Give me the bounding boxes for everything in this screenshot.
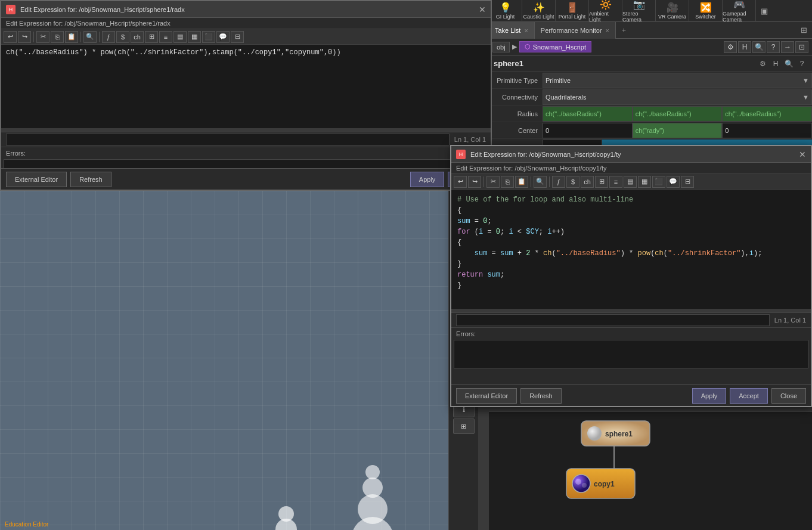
expr-1-more1-button[interactable]: ⊞ bbox=[145, 31, 158, 43]
svg-text:copy1: copy1 bbox=[594, 480, 615, 488]
expr-2-close-button[interactable]: ✕ bbox=[799, 150, 806, 159]
expr-2-refresh-button[interactable]: Refresh bbox=[520, 388, 562, 404]
gi-light-button[interactable]: 💡 GI Light bbox=[489, 0, 522, 22]
maximize-button[interactable]: ▣ bbox=[756, 7, 773, 16]
expr-2-var-button[interactable]: $ bbox=[566, 176, 579, 188]
stereo-camera-button[interactable]: 📷 Stereo Camera bbox=[622, 0, 656, 22]
expr-2-close-bottom-button[interactable]: Close bbox=[771, 388, 806, 404]
prop-h-icon[interactable]: H bbox=[770, 58, 781, 69]
prop-radius-cell-1[interactable]: ch("../baseRadius") bbox=[633, 106, 723, 122]
toolbar-icon-group: 💡 GI Light ✨ Caustic Light 🚪 Portal Ligh… bbox=[489, 0, 773, 21]
expr-1-more4-button[interactable]: ▦ bbox=[188, 31, 201, 43]
tab-take-list-label: Take List bbox=[495, 27, 520, 34]
ambient-light-button[interactable]: 🔆 Ambient Light bbox=[589, 0, 622, 22]
prop-center-cell-2[interactable]: 0 bbox=[722, 123, 812, 138]
expr-2-external-editor-button[interactable]: External Editor bbox=[456, 388, 517, 404]
tab-pin-button[interactable]: ⊞ bbox=[796, 26, 812, 35]
expr-2-cut-button[interactable]: ✂ bbox=[486, 176, 500, 188]
expr-2-status-input[interactable] bbox=[456, 314, 770, 326]
prop-primitive-type-select[interactable]: Primitive ▼ bbox=[543, 73, 812, 88]
expr-2-bottom-bar: External Editor Refresh Apply Accept Clo… bbox=[451, 385, 811, 406]
prop-help-icon[interactable]: ? bbox=[796, 58, 807, 69]
caustic-light-button[interactable]: ✨ Caustic Light bbox=[522, 0, 556, 22]
prop-zoom-icon[interactable]: 🔍 bbox=[783, 58, 794, 69]
tab-performance-monitor[interactable]: Performance Monitor × bbox=[535, 22, 616, 39]
tab-add-button[interactable]: + bbox=[616, 26, 632, 35]
expr-2-line-1: # Use of the for loop and also multi-lin… bbox=[457, 194, 805, 205]
expr-1-copy-button[interactable]: ⎘ bbox=[51, 31, 64, 43]
svg-point-37 bbox=[582, 483, 587, 488]
expr-1-redo-button[interactable]: ↪ bbox=[18, 31, 31, 43]
expr-2-code-area[interactable]: # Use of the for loop and also multi-lin… bbox=[451, 190, 811, 309]
expr-2-line-6: sum = sum + 2 * ch("../baseRadius") * po… bbox=[457, 248, 805, 259]
expr-2-col-info: Ln 1, Col 1 bbox=[774, 317, 806, 324]
prop-radius-cell-0[interactable]: ch("../baseRadius") bbox=[543, 106, 633, 122]
prop-primitive-type-label: Primitive Type bbox=[489, 77, 543, 84]
expr-2-copy-button[interactable]: ⎘ bbox=[501, 176, 514, 188]
expr-1-status-input[interactable] bbox=[6, 134, 450, 145]
prop-connectivity-row: Connectivity Quadrilaterals ▼ bbox=[489, 89, 812, 106]
expr-2-apply-button[interactable]: Apply bbox=[692, 388, 727, 404]
expr-2-line-2: { bbox=[457, 205, 805, 216]
prop-settings-icon[interactable]: ⚙ bbox=[757, 58, 768, 69]
expr-2-more1-button[interactable]: ⊞ bbox=[595, 176, 608, 188]
expr-2-paste-button[interactable]: 📋 bbox=[515, 176, 528, 188]
expr-2-redo-button[interactable]: ↪ bbox=[468, 176, 481, 188]
tab-take-list[interactable]: Take List × bbox=[489, 22, 535, 39]
expr-2-more5-button[interactable]: ⬛ bbox=[652, 176, 665, 188]
expr-1-more6-button[interactable]: 💬 bbox=[216, 31, 230, 43]
expr-2-subtitle: Edit Expression for: /obj/Snowman_Hscrip… bbox=[451, 163, 811, 174]
expr-1-external-editor-button[interactable]: External Editor bbox=[6, 172, 67, 187]
expr-1-status-bar: Ln 1, Col 1 bbox=[1, 132, 491, 147]
prop-center-cell-1[interactable]: ch("rady") bbox=[633, 123, 723, 138]
expr-1-cut-button[interactable]: ✂ bbox=[36, 31, 49, 43]
prop-name-row: sphere1 ⚙ H 🔍 ? bbox=[489, 55, 812, 72]
expr-1-more7-button[interactable]: ⊟ bbox=[231, 31, 244, 43]
expr-1-more2-button[interactable]: ≡ bbox=[159, 31, 172, 43]
expr-1-close-button[interactable]: ✕ bbox=[479, 5, 486, 14]
expr-1-refresh-button[interactable]: Refresh bbox=[70, 172, 111, 187]
switcher-icon: 🔀 bbox=[700, 2, 712, 13]
expr-2-more3-button[interactable]: ▤ bbox=[624, 176, 637, 188]
viewport[interactable]: Education Editor bbox=[0, 191, 450, 530]
prop-radius-cell-2[interactable]: ch("../baseRadius") bbox=[722, 106, 812, 122]
path-settings-icon[interactable]: ⚙ bbox=[724, 41, 737, 53]
expr-1-more3-button[interactable]: ▤ bbox=[173, 31, 187, 43]
expr-1-paste-button[interactable]: 📋 bbox=[65, 31, 78, 43]
expr-1-func-button[interactable]: ƒ bbox=[102, 31, 115, 43]
tab-performance-monitor-close[interactable]: × bbox=[606, 27, 609, 34]
gamepad-camera-button[interactable]: 🎮 Gamepad Camera bbox=[723, 0, 756, 22]
prop-node-name: sphere1 bbox=[494, 59, 757, 68]
expr-1-find-button[interactable]: 🔍 bbox=[83, 31, 97, 43]
expr-2-func-button[interactable]: ƒ bbox=[552, 176, 565, 188]
expr-1-ch-button[interactable]: ch bbox=[131, 31, 144, 43]
expr-1-var-button[interactable]: $ bbox=[116, 31, 129, 43]
expr-2-more6-button[interactable]: 💬 bbox=[667, 176, 680, 188]
expr-2-undo-button[interactable]: ↩ bbox=[454, 176, 467, 188]
path-arrow-icon[interactable]: → bbox=[781, 41, 794, 53]
expr-2-find-button[interactable]: 🔍 bbox=[534, 176, 547, 188]
gi-light-icon: 💡 bbox=[500, 2, 512, 13]
expr-editor-2: H Edit Expression for: /obj/Snowman_Hscr… bbox=[450, 145, 812, 407]
path-obj-label[interactable]: obj bbox=[492, 42, 510, 52]
expr-1-code-area[interactable]: ch("../baseRadius") * pow(ch("../shrinkF… bbox=[1, 45, 491, 128]
expr-1-apply-button[interactable]: Apply bbox=[410, 172, 445, 187]
tab-take-list-close[interactable]: × bbox=[524, 27, 528, 34]
path-h-button[interactable]: H bbox=[738, 41, 751, 53]
vr-camera-button[interactable]: 🎥 VR Camera bbox=[656, 0, 689, 22]
expr-2-more7-button[interactable]: ⊟ bbox=[681, 176, 694, 188]
path-help-icon[interactable]: ? bbox=[767, 41, 780, 53]
expr-2-accept-button[interactable]: Accept bbox=[730, 388, 768, 404]
expr-1-undo-button[interactable]: ↩ bbox=[4, 31, 17, 43]
prop-connectivity-select[interactable]: Quadrilaterals ▼ bbox=[543, 89, 812, 105]
path-extra-button[interactable]: ⊡ bbox=[795, 41, 808, 53]
portal-light-button[interactable]: 🚪 Portal Light bbox=[556, 0, 589, 22]
vp-grid-button[interactable]: ⊞ bbox=[453, 419, 475, 434]
expr-2-ch-button[interactable]: ch bbox=[581, 176, 594, 188]
switcher-button[interactable]: 🔀 Switcher bbox=[689, 0, 723, 22]
path-search-icon[interactable]: 🔍 bbox=[752, 41, 765, 53]
expr-2-more4-button[interactable]: ▦ bbox=[638, 176, 651, 188]
expr-1-more5-button[interactable]: ⬛ bbox=[202, 31, 215, 43]
prop-center-cell-0[interactable]: 0 bbox=[543, 123, 633, 138]
expr-2-more2-button[interactable]: ≡ bbox=[609, 176, 622, 188]
